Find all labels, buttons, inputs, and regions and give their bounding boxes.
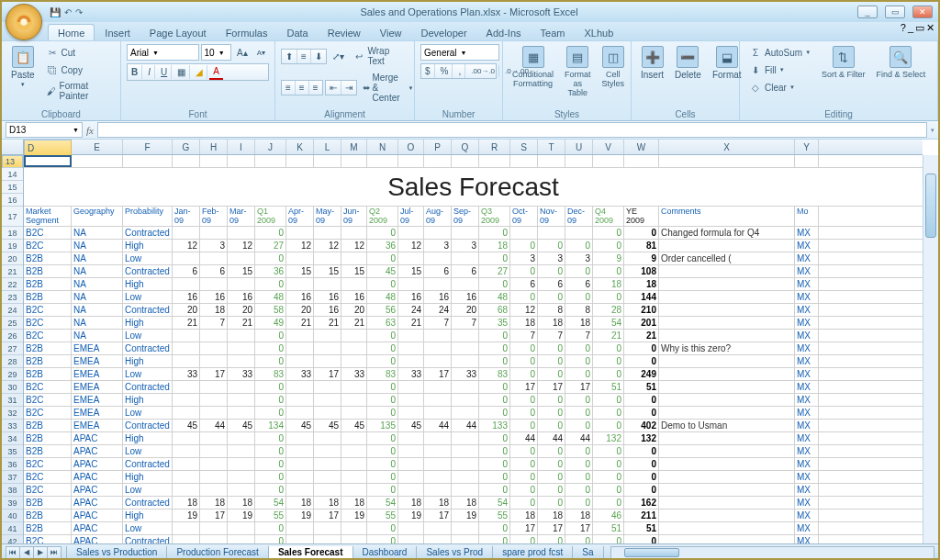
cell[interactable] [659,471,795,483]
cell[interactable] [314,432,341,444]
cell[interactable]: 0 [593,265,624,277]
cell[interactable]: 0 [593,394,624,406]
cell[interactable] [424,484,452,496]
cell[interactable]: 134 [255,420,286,431]
cell[interactable] [398,458,424,470]
cell[interactable]: 0 [538,458,565,470]
cell[interactable] [314,458,341,470]
cell[interactable]: 16 [286,291,314,303]
cell[interactable]: 133 [479,420,510,431]
cell[interactable]: 0 [479,484,510,496]
cell[interactable]: 0 [565,355,593,367]
column-header[interactable]: Y [795,140,819,154]
row-header[interactable]: 19 [2,240,23,252]
cell[interactable] [228,471,255,483]
cell[interactable] [659,497,795,509]
cell[interactable] [228,522,255,534]
row-header[interactable]: 21 [2,265,23,278]
column-header-cell[interactable]: Mo [795,207,819,226]
cell[interactable] [398,522,424,534]
cell[interactable]: Contracted [123,381,173,393]
cell[interactable]: 44 [538,432,565,444]
cell[interactable]: 18 [452,497,479,509]
cell[interactable]: 3 [424,240,452,252]
doc-close-button[interactable]: ✕ [926,22,934,34]
cell[interactable] [659,330,795,342]
cell[interactable]: 0 [255,355,286,367]
cell[interactable]: 0 [510,407,538,419]
cell[interactable]: 0 [593,342,624,354]
column-header-cell[interactable]: Apr-09 [286,207,314,226]
cell[interactable]: High [123,510,173,521]
cell[interactable]: 44 [424,420,452,431]
cell[interactable]: 55 [479,510,510,521]
cell[interactable]: MX [795,291,819,303]
cell[interactable]: 21 [314,317,341,329]
cell[interactable]: 18 [510,510,538,521]
cell[interactable]: 28 [593,304,624,316]
cell[interactable]: 18 [424,497,452,509]
formula-bar[interactable] [97,122,927,138]
column-header-cell[interactable]: Jun-09 [341,207,367,226]
cell[interactable]: 12 [398,240,424,252]
cell[interactable] [452,432,479,444]
cell[interactable] [452,227,479,239]
clear-button[interactable]: ◇Clear▼ [745,79,814,95]
cell[interactable] [173,381,200,393]
column-header-cell[interactable]: Q1 2009 [255,207,286,226]
cell[interactable]: Why is this zero? [659,342,795,354]
grow-font-button[interactable]: A▴ [233,46,252,60]
cell[interactable]: 18 [228,497,255,509]
cell[interactable] [424,330,452,342]
cell[interactable]: 45 [228,420,255,431]
cell[interactable]: B2B [24,342,72,354]
cell[interactable] [341,227,367,239]
cell[interactable]: 0 [538,240,565,252]
cell[interactable]: 0 [479,355,510,367]
cell[interactable] [424,394,452,406]
column-header-cell[interactable]: Dec-09 [565,207,593,226]
row-header[interactable]: 38 [2,484,23,497]
cell[interactable]: MX [795,407,819,419]
cell[interactable]: 15 [286,265,314,277]
vertical-scrollbar[interactable] [923,155,938,543]
cell[interactable] [659,368,795,380]
column-header[interactable]: V [593,140,624,154]
horizontal-scrollbar[interactable] [610,546,934,559]
cell[interactable]: 17 [510,522,538,534]
cell[interactable] [424,407,452,419]
cell[interactable] [228,484,255,496]
cell[interactable]: B2B [24,445,72,457]
cell[interactable]: 0 [593,497,624,509]
align-middle-button[interactable]: ≡ [297,50,311,63]
cell[interactable] [659,355,795,367]
cell[interactable]: Low [123,330,173,342]
column-header-cell[interactable]: Aug-09 [424,207,452,226]
cell[interactable]: High [123,432,173,444]
cell[interactable]: 17 [565,522,593,534]
cell[interactable]: 0 [593,420,624,431]
cell[interactable]: 6 [510,278,538,290]
cell[interactable]: 12 [341,240,367,252]
cell[interactable]: High [123,240,173,252]
cell[interactable]: 0 [538,535,565,543]
row-header[interactable]: 18 [2,227,23,240]
cell[interactable]: 211 [624,510,659,521]
cell[interactable]: B2B [24,291,72,303]
cell[interactable]: 18 [314,497,341,509]
cell[interactable]: MX [795,227,819,239]
cell[interactable]: NA [72,227,123,239]
cell[interactable]: APAC [72,535,123,543]
column-header[interactable]: U [565,140,593,154]
cell[interactable] [228,407,255,419]
minimize-button[interactable]: _ [857,6,878,18]
close-button[interactable]: ✕ [912,6,933,18]
row-header[interactable]: 15 [2,181,23,194]
cell[interactable]: MX [795,458,819,470]
column-header-cell[interactable]: Oct-09 [510,207,538,226]
cell[interactable]: 18 [398,497,424,509]
cell[interactable] [565,155,593,167]
cell[interactable]: 33 [228,368,255,380]
cell[interactable]: APAC [72,510,123,521]
cell[interactable] [341,445,367,457]
